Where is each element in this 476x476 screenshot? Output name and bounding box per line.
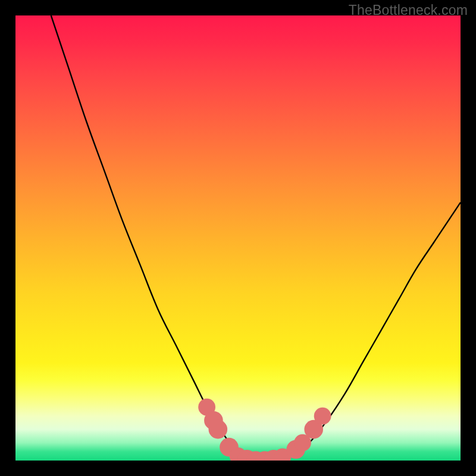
bottleneck-curve [51, 15, 461, 461]
chart-frame: TheBottleneck.com [0, 0, 476, 476]
data-marker [314, 408, 331, 425]
watermark-text: TheBottleneck.com [349, 2, 468, 18]
plot-area [15, 15, 461, 461]
marker-group [198, 399, 331, 461]
curve-layer [15, 15, 461, 461]
data-marker [209, 420, 228, 439]
